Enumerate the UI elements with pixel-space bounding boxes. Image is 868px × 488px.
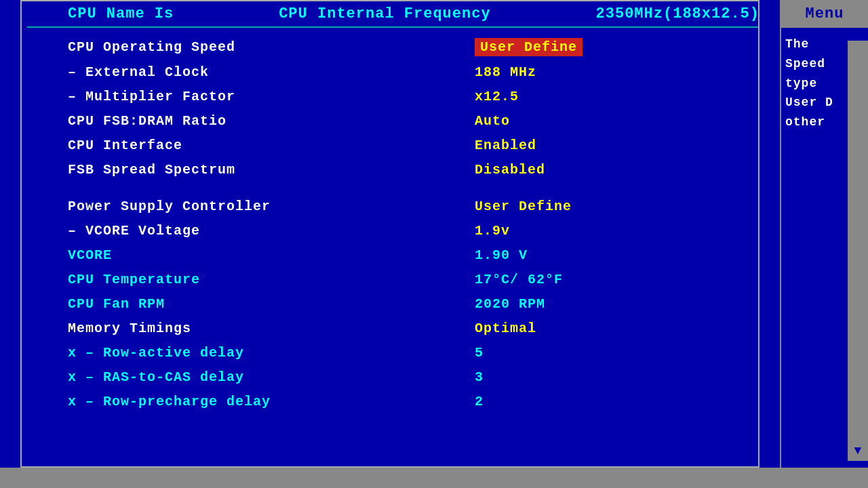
bios-label-11: CPU Fan RPM bbox=[68, 296, 475, 312]
bios-value-5: Disabled bbox=[475, 162, 760, 178]
highlighted-value-0[interactable]: User Define bbox=[475, 38, 583, 56]
scrollbar-track bbox=[848, 41, 868, 447]
bios-row-3: CPU FSB:DRAM RatioAuto bbox=[68, 108, 760, 133]
bios-value-8: 1.9v bbox=[475, 223, 760, 239]
bios-label-1: – External Clock bbox=[68, 64, 475, 80]
bios-value-10: 17°C/ 62°F bbox=[475, 272, 760, 287]
bios-value-14: 3 bbox=[475, 369, 760, 385]
bios-value-0: User Define bbox=[475, 38, 760, 56]
bios-label-8: – VCORE Voltage bbox=[68, 223, 475, 239]
bios-row-11: CPU Fan RPM2020 RPM bbox=[68, 291, 760, 316]
bios-label-15: x – Row-precharge delay bbox=[68, 394, 475, 409]
right-panel: Menu TheSpeedtypeUser Dother ▼ bbox=[780, 0, 868, 488]
bios-value-9: 1.90 V bbox=[475, 247, 760, 263]
bios-row-8: – VCORE Voltage1.9v bbox=[68, 218, 760, 243]
bios-label-5: FSB Spread Spectrum bbox=[68, 162, 475, 178]
header-row: CPU Name Is CPU Internal Frequency 2350M… bbox=[27, 0, 760, 28]
bios-value-2: x12.5 bbox=[475, 89, 760, 104]
cpu-internal-freq-label: CPU Internal Frequency bbox=[279, 5, 490, 22]
bios-label-2: – Multiplier Factor bbox=[68, 89, 475, 104]
right-panel-header: Menu bbox=[781, 0, 868, 28]
bottom-bar bbox=[0, 468, 868, 488]
bios-row-2: – Multiplier Factorx12.5 bbox=[68, 84, 760, 108]
bios-main-content: CPU Name Is CPU Internal Frequency 2350M… bbox=[0, 0, 787, 488]
bios-row-0: CPU Operating SpeedUser Define bbox=[68, 35, 760, 60]
bios-label-13: x – Row-active delay bbox=[68, 345, 475, 361]
bios-value-13: 5 bbox=[475, 345, 760, 361]
bios-label-3: CPU FSB:DRAM Ratio bbox=[68, 113, 475, 129]
bios-row-1: – External Clock188 MHz bbox=[68, 60, 760, 84]
bios-row-12: Memory TimingsOptimal bbox=[68, 316, 760, 340]
bios-row-4: CPU InterfaceEnabled bbox=[68, 133, 760, 157]
bios-row-7: Power Supply ControllerUser Define bbox=[68, 194, 760, 218]
bios-value-11: 2020 RPM bbox=[475, 296, 760, 312]
bios-label-12: Memory Timings bbox=[68, 321, 475, 336]
bios-label-9: VCORE bbox=[68, 247, 475, 263]
cpu-name-label: CPU Name Is bbox=[68, 5, 174, 22]
bios-value-4: Enabled bbox=[475, 138, 760, 153]
bios-label-4: CPU Interface bbox=[68, 138, 475, 153]
bios-row-10: CPU Temperature17°C/ 62°F bbox=[68, 267, 760, 291]
bios-label-10: CPU Temperature bbox=[68, 272, 475, 287]
bios-label-0: CPU Operating Speed bbox=[68, 39, 475, 55]
bios-value-3: Auto bbox=[475, 113, 760, 129]
bios-row-5: FSB Spread SpectrumDisabled bbox=[68, 157, 760, 182]
bios-value-7: User Define bbox=[475, 199, 760, 214]
bios-value-15: 2 bbox=[475, 394, 760, 409]
bios-label-7: Power Supply Controller bbox=[68, 199, 475, 214]
section-gap-6 bbox=[68, 182, 760, 194]
bios-label-14: x – RAS-to-CAS delay bbox=[68, 369, 475, 385]
bios-row-15: x – Row-precharge delay2 bbox=[68, 389, 760, 413]
scrollbar-arrow-down[interactable]: ▼ bbox=[848, 441, 868, 461]
bios-row-9: VCORE 1.90 V bbox=[68, 243, 760, 267]
bios-row-13: x – Row-active delay5 bbox=[68, 340, 760, 365]
bios-row-14: x – RAS-to-CAS delay3 bbox=[68, 365, 760, 389]
bios-value-12: Optimal bbox=[475, 321, 760, 336]
bios-settings-table: CPU Operating SpeedUser Define – Externa… bbox=[27, 30, 760, 413]
cpu-internal-freq-value: 2350MHz(188x12.5) bbox=[596, 5, 760, 22]
bios-value-1: 188 MHz bbox=[475, 64, 760, 80]
